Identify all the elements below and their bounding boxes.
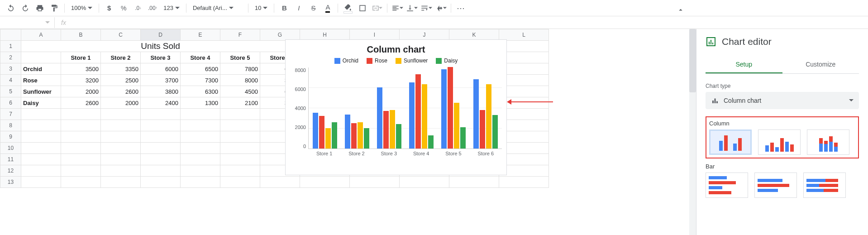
print-button[interactable]: [33, 2, 46, 14]
collapse-toolbar-button[interactable]: [674, 4, 687, 16]
thumb-column-stacked[interactable]: [807, 129, 849, 155]
text-color-button[interactable]: A: [321, 2, 334, 14]
svg-rect-4: [712, 101, 714, 103]
editor-tabs: Setup Customize: [706, 56, 859, 74]
vertical-scrollbar[interactable]: [689, 29, 696, 235]
currency-button[interactable]: $: [103, 2, 115, 14]
section-column-label: Column: [709, 120, 855, 127]
svg-rect-6: [716, 101, 718, 104]
section-bar-label: Bar: [706, 163, 859, 170]
tab-setup[interactable]: Setup: [706, 56, 782, 73]
toolbar: 100% $ % .0↓ .00↑ 123 Default (Ari... 10…: [0, 0, 868, 16]
wrap-button[interactable]: [420, 2, 433, 14]
sidebar-title: Chart editor: [722, 36, 772, 47]
chart-type-select[interactable]: Column chart: [706, 92, 859, 109]
thumb-bar-grouped[interactable]: [754, 173, 797, 198]
formula-bar: fx: [0, 16, 868, 29]
thumb-bar-stacked[interactable]: [803, 173, 846, 198]
embedded-chart[interactable]: Column chart OrchidRoseSunflowerDaisy 80…: [285, 39, 507, 175]
chart-yaxis: 80006000400020000: [290, 67, 308, 149]
tab-customize[interactable]: Customize: [782, 56, 859, 73]
thumb-bar-chart[interactable]: [706, 173, 748, 198]
svg-rect-5: [715, 99, 716, 104]
name-box[interactable]: [0, 16, 54, 29]
fill-color-button[interactable]: [342, 2, 354, 14]
decrease-decimal-button[interactable]: .0↓: [132, 2, 144, 14]
borders-button[interactable]: [356, 2, 369, 14]
italic-button[interactable]: I: [292, 2, 305, 14]
strikethrough-button[interactable]: S: [307, 2, 320, 14]
halign-button[interactable]: [391, 2, 404, 14]
column-chart-icon: [711, 96, 719, 105]
chart-type-label: Chart type: [706, 83, 859, 89]
more-formats-button[interactable]: 123: [161, 2, 182, 14]
fx-icon: fx: [54, 17, 72, 28]
increase-decimal-button[interactable]: .00↑: [146, 2, 159, 14]
font-size-select[interactable]: 10: [252, 2, 270, 14]
valign-button[interactable]: [405, 2, 418, 14]
merge-button[interactable]: [371, 2, 383, 14]
chart-editor-sidebar: Chart editor Setup Customize Chart type …: [696, 29, 868, 235]
sheet-area: ABCDEFGHIJKL1Units Sold2Store 1Store 2St…: [0, 29, 696, 235]
annotation-arrow: [508, 101, 553, 102]
chart-bars: [308, 67, 502, 149]
thumb-column-chart[interactable]: [709, 129, 752, 155]
chart-editor-icon: [706, 36, 716, 47]
undo-button[interactable]: [5, 2, 17, 14]
redo-button[interactable]: [19, 2, 32, 14]
column-thumbnails-highlight: Column: [706, 116, 859, 158]
chart-title: Column chart: [290, 44, 502, 55]
percent-button[interactable]: %: [117, 2, 130, 14]
paint-format-button[interactable]: [48, 2, 61, 14]
rotate-button[interactable]: [434, 2, 447, 14]
bold-button[interactable]: B: [278, 2, 291, 14]
svg-rect-3: [712, 43, 713, 44]
thumb-column-grouped[interactable]: [758, 129, 801, 155]
chart-legend: OrchidRoseSunflowerDaisy: [290, 58, 502, 64]
zoom-select[interactable]: 100%: [68, 2, 95, 14]
svg-rect-1: [709, 42, 710, 44]
more-button[interactable]: ⋯: [455, 2, 467, 14]
font-select[interactable]: Default (Ari...: [190, 2, 244, 14]
svg-rect-2: [711, 40, 711, 44]
chart-xaxis: Store 1Store 2Store 3Store 4Store 5Store…: [308, 151, 502, 156]
chevron-down-icon: [849, 98, 854, 103]
formula-input[interactable]: [72, 16, 868, 29]
